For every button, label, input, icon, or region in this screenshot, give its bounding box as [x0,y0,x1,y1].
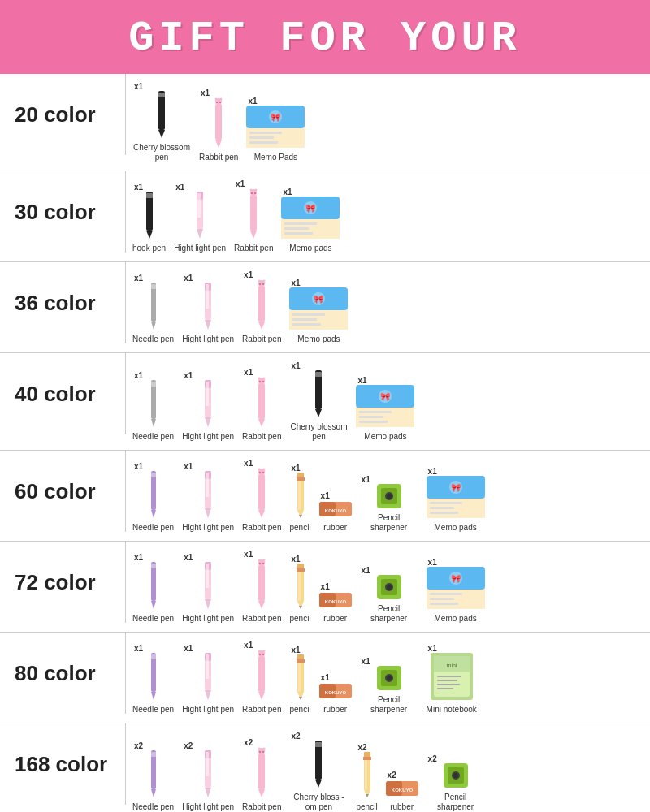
svg-rect-46 [206,284,209,309]
pen-light-icon [204,653,212,703]
item-name: pencil [356,802,377,812]
item-quantity: x1 [283,188,292,197]
item-quantity: x2 [291,732,300,741]
svg-rect-106 [297,477,305,481]
pen-pink-icon [257,650,266,703]
svg-marker-105 [299,515,302,518]
list-item: x1 Pencil sharpener [360,475,418,533]
pen-light-icon [196,192,204,242]
pen-light-icon [204,750,212,801]
svg-marker-193 [151,789,156,797]
svg-point-95 [258,469,261,471]
svg-rect-173 [298,661,301,692]
pen-light-icon [204,380,212,430]
list-item: x1 Needle pen [132,371,174,442]
row-items-1: x1 hook penx1 Hight light penx1 Rabbit p… [126,171,650,261]
pen-gray-icon [150,380,157,430]
list-item: x1 Needle pen [132,274,174,344]
row-items-3: x1 Needle penx1 Hight light penx1 Rabbit… [126,353,650,450]
item-quantity: x1 [184,644,193,653]
row-label-3: 40 color [0,353,126,434]
svg-point-134 [259,563,261,564]
svg-rect-37 [284,222,317,225]
item-name: Needle pen [132,523,174,533]
row-label-5: 72 color [0,542,126,623]
item-name: Memo Pads [254,153,297,162]
rubber-icon: KOKUYO [319,682,352,703]
pen-pink-icon [257,377,266,430]
pen-light-icon [204,471,212,521]
svg-text:🎀: 🎀 [451,573,462,584]
item-quantity: x1 [428,644,437,653]
svg-rect-198 [206,752,209,776]
svg-point-130 [258,559,261,562]
item-name: Hight light pen [182,614,234,624]
list-item: x1 Rabbit pen [242,550,281,624]
svg-marker-19 [146,231,153,239]
item-quantity: x1 [362,657,370,666]
list-item: x1 Hight light pen [174,183,226,253]
sharpener-icon [444,763,468,791]
svg-rect-156 [430,603,458,605]
svg-point-135 [262,563,264,564]
svg-rect-155 [430,598,454,600]
list-item: x1 Cherry blossom pen [289,361,348,442]
svg-marker-23 [197,229,203,239]
svg-rect-138 [298,570,301,601]
svg-rect-38 [284,227,309,230]
item-name: Rabbit pen [242,432,281,442]
item-name: Rabbit pen [242,614,281,624]
row-items-7: x2 Needle penx2 Hight light penx2 Rabbit… [126,723,650,812]
svg-rect-208 [315,742,322,747]
list-item: x1 🎀 Memo pads [356,376,414,442]
item-quantity: x1 [291,646,300,654]
svg-rect-93 [206,473,209,497]
item-name: pencil [289,705,310,715]
pencil-icon [297,654,305,703]
item-name: Hight light pen [182,432,234,442]
svg-text:🎀: 🎀 [314,294,324,304]
svg-rect-141 [297,568,305,572]
item-quantity: x1 [244,550,253,559]
svg-rect-61 [292,323,321,326]
list-item: x1 mini Mini notebook [427,644,477,715]
item-quantity: x1 [134,183,143,192]
memo-icon: 🎀 [289,287,348,333]
item-quantity: x1 [321,582,330,591]
list-item: x2 pencil [356,743,377,812]
item-name: pencil [289,614,310,624]
list-item: x1 Rabbit pen [242,368,281,442]
svg-rect-120 [430,507,454,509]
item-name: Needle pen [132,432,174,442]
item-name: Memo pads [434,614,476,624]
item-name: rubber [390,802,414,812]
list-item: x1 Rabbit pen [199,89,238,162]
svg-point-131 [263,559,266,562]
row-items-0: x1 Cherry blossom penx1 Rabbit penx1 🎀 M… [126,74,650,171]
item-name: pencil [289,523,310,533]
svg-marker-203 [258,789,265,797]
svg-marker-123 [151,601,156,609]
row-168-color: 168 colorx2 Needle penx2 Hight light pen… [0,723,650,812]
list-item: x2 Rabbit pen [242,738,281,812]
list-item: x1 KOKUYO rubber [319,491,352,533]
item-name: Memo pads [364,432,406,442]
item-quantity: x1 [184,371,193,380]
list-item: x2 Cherry bloss -om pen [289,732,348,812]
row-label-7: 168 color [0,723,126,805]
item-quantity: x1 [291,464,300,473]
svg-point-170 [262,654,264,655]
pen-black-icon [314,370,323,421]
item-name: Rabbit pen [199,153,238,162]
svg-marker-73 [258,419,265,427]
svg-point-113 [387,494,392,499]
list-item: x1 Hight light pen [182,462,234,533]
rubber-icon: KOKUYO [319,591,352,612]
list-item: x1 pencil [289,464,310,533]
pen-pink-icon [214,97,223,151]
svg-rect-154 [430,593,462,595]
item-quantity: x2 [244,738,253,747]
rubber-icon: KOKUYO [386,780,418,801]
pen-light-icon [204,283,212,333]
svg-point-4 [215,98,218,101]
